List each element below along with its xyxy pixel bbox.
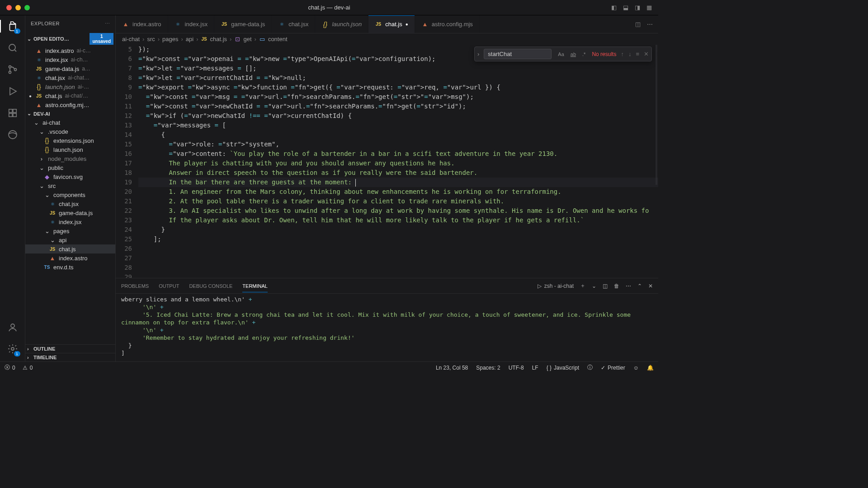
timeline-header[interactable]: › TIMELINE [25, 353, 115, 361]
editor-tab[interactable]: {}launch.json [315, 15, 368, 33]
code-content[interactable]: });="kw">const ="var">openai = ="kw">new… [138, 45, 658, 278]
status-bell-icon[interactable]: 🔔 [647, 365, 654, 371]
editor-tab[interactable]: ⚛chat.jsx [272, 15, 315, 33]
status-errors[interactable]: ⓧ0 [5, 364, 15, 371]
tree-item-label: ai-chat [42, 119, 60, 126]
code-editor[interactable]: › Aa ab .* No results ↑ ↓ ≡ ✕ 5678910111… [116, 45, 658, 278]
toggle-panel-icon[interactable]: ⬓ [623, 4, 628, 11]
open-editor-item[interactable]: {}launch.json ai-… [25, 82, 115, 91]
sidebar-more-icon[interactable]: ⋯ [105, 21, 110, 27]
new-terminal-icon[interactable]: ＋ [580, 282, 585, 290]
kill-terminal-icon[interactable]: 🗑 [614, 283, 619, 289]
run-debug-icon[interactable] [6, 85, 19, 98]
match-case-icon[interactable]: Aa [556, 51, 566, 58]
open-editor-item[interactable]: ⚛index.jsx ai-ch… [25, 55, 115, 64]
folder-row[interactable]: ⌄pages [25, 226, 115, 235]
file-row[interactable]: TSenv.d.ts [25, 263, 115, 272]
file-row[interactable]: JSchat.js [25, 244, 115, 253]
panel-tab-terminal[interactable]: TERMINAL [242, 283, 268, 292]
find-input[interactable] [484, 49, 552, 59]
folder-row[interactable]: ⌄components [25, 190, 115, 199]
folder-row[interactable]: ⌄ai-chat [25, 118, 115, 127]
close-window-icon[interactable] [6, 5, 12, 10]
open-editor-item[interactable]: JSgame-data.js a… [25, 64, 115, 73]
terminal-output[interactable]: wberry slices and a lemon wheel.\n' + '\… [116, 294, 658, 361]
folder-row[interactable]: ⌄.vscode [25, 127, 115, 136]
breadcrumb-segment[interactable]: ai-chat [122, 36, 140, 42]
extensions-icon[interactable] [6, 107, 19, 119]
settings-gear-icon[interactable]: 1 [6, 343, 19, 355]
terminal-dropdown-icon[interactable]: ⌄ [592, 283, 596, 289]
customize-layout-icon[interactable]: ▦ [646, 4, 652, 11]
status-language[interactable]: { }JavaScript [547, 365, 579, 371]
regex-icon[interactable]: .* [580, 51, 587, 58]
folder-row[interactable]: ⌄public [25, 163, 115, 172]
accounts-icon[interactable] [6, 321, 19, 333]
file-row[interactable]: ▲index.astro [25, 253, 115, 263]
file-row[interactable]: {}extensions.json [25, 136, 115, 145]
panel-tab-output[interactable]: OUTPUT [159, 283, 179, 289]
status-feedback-icon[interactable]: ☺ [633, 365, 639, 371]
breadcrumb[interactable]: ai-chat›src›pages›api›JSchat.js›⊡get›▭co… [116, 33, 658, 45]
find-expand-icon[interactable]: › [477, 51, 479, 57]
minimap[interactable] [656, 45, 657, 278]
find-selection-icon[interactable]: ≡ [636, 51, 639, 57]
breadcrumb-segment[interactable]: chat.js [210, 36, 227, 42]
split-editor-icon[interactable]: ◫ [635, 21, 641, 28]
folder-row[interactable]: ⌄src [25, 181, 115, 190]
project-header[interactable]: ⌄ DEV-AI [25, 109, 115, 118]
open-editor-item[interactable]: ⚛chat.jsx ai-chat… [25, 73, 115, 82]
maximize-window-icon[interactable] [24, 5, 30, 10]
folder-open-icon: ⌄ [38, 182, 45, 189]
toggle-primary-sidebar-icon[interactable]: ◧ [611, 4, 617, 11]
terminal-launch-profile[interactable]: ▷zsh - ai-chat [538, 283, 574, 289]
toggle-secondary-sidebar-icon[interactable]: ◨ [635, 4, 640, 11]
edge-devtools-icon[interactable] [6, 128, 19, 141]
search-icon[interactable] [6, 42, 19, 54]
breadcrumb-segment[interactable]: content [268, 36, 288, 42]
close-panel-icon[interactable]: ✕ [648, 283, 653, 289]
outline-header[interactable]: › OUTLINE [25, 344, 115, 353]
file-row[interactable]: JSgame-data.js [25, 208, 115, 217]
open-editors-header[interactable]: ⌄ OPEN EDITO… 1unsaved [25, 32, 115, 46]
open-editor-item[interactable]: JSchat.js ai-chat/… [25, 91, 115, 100]
editor-tab[interactable]: JSgame-data.js [214, 15, 272, 33]
minimize-window-icon[interactable] [15, 5, 21, 10]
status-prettier[interactable]: ✓Prettier [601, 365, 625, 371]
file-row[interactable]: {}launch.json [25, 145, 115, 154]
maximize-panel-icon[interactable]: ⌃ [637, 283, 642, 289]
folder-row[interactable]: ⌄api [25, 235, 115, 244]
editor-tab[interactable]: JSchat.js● [368, 15, 415, 33]
breadcrumb-segment[interactable]: get [243, 36, 251, 42]
status-cursor[interactable]: Ln 23, Col 58 [436, 365, 468, 371]
breadcrumb-segment[interactable]: api [186, 36, 193, 42]
breadcrumb-segment[interactable]: src [147, 36, 155, 42]
status-encoding[interactable]: UTF-8 [509, 365, 524, 371]
split-terminal-icon[interactable]: ◫ [603, 283, 608, 289]
find-close-icon[interactable]: ✕ [644, 51, 649, 57]
file-row[interactable]: ⚛index.jsx [25, 217, 115, 226]
panel-tab-problems[interactable]: PROBLEMS [121, 283, 149, 289]
editor-tab[interactable]: ▲astro.config.mjs [415, 15, 480, 33]
file-row[interactable]: ⚛chat.jsx [25, 199, 115, 208]
open-editor-item[interactable]: ▲astro.config.mj… [25, 100, 115, 109]
tab-more-icon[interactable]: ⋯ [647, 21, 653, 28]
match-whole-word-icon[interactable]: ab [569, 51, 578, 58]
source-control-icon[interactable] [6, 63, 19, 76]
file-row[interactable]: ◆favicon.svg [25, 172, 115, 181]
svg-rect-4 [9, 109, 12, 113]
status-indent[interactable]: Spaces: 2 [476, 365, 500, 371]
find-next-icon[interactable]: ↓ [628, 51, 632, 57]
panel-tab-debug-console[interactable]: DEBUG CONSOLE [189, 283, 232, 289]
editor-tab[interactable]: ▲index.astro [116, 15, 168, 33]
status-warnings[interactable]: ⚠0 [23, 365, 33, 371]
folder-row[interactable]: ›node_modules [25, 154, 115, 163]
status-eol[interactable]: LF [532, 365, 538, 371]
status-radio-tower-icon[interactable]: ⓘ [587, 364, 593, 371]
explorer-icon[interactable]: 1 [6, 20, 19, 33]
editor-tab[interactable]: ⚛index.jsx [168, 15, 215, 33]
terminal-more-icon[interactable]: ⋯ [626, 283, 631, 289]
find-prev-icon[interactable]: ↑ [621, 51, 624, 57]
breadcrumb-segment[interactable]: pages [162, 36, 178, 42]
open-editor-item[interactable]: ▲index.astro ai-c… [25, 46, 115, 55]
